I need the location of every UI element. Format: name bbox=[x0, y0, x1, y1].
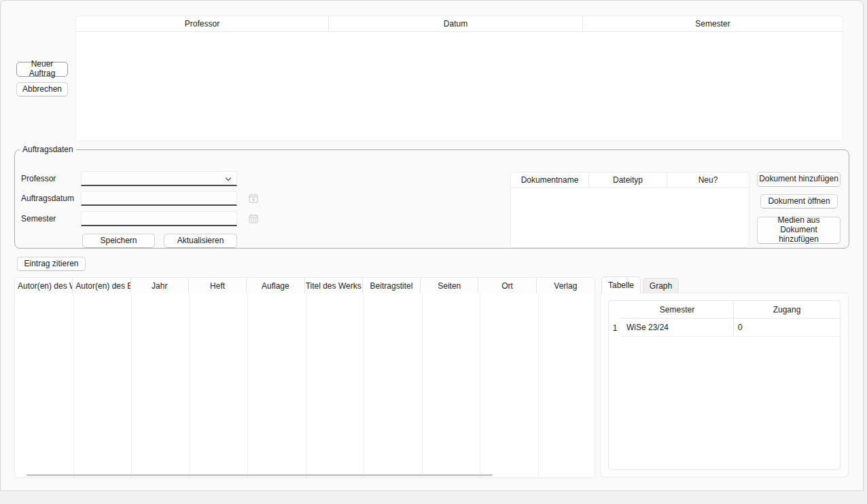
table-row[interactable]: 1 WiSe 23/24 0 bbox=[609, 319, 840, 337]
entries-column-header-contribution-title[interactable]: Beitragstitel bbox=[363, 278, 421, 293]
entries-column-header-edition[interactable]: Auflage bbox=[247, 278, 304, 293]
professor-label: Professor bbox=[21, 174, 56, 183]
documents-column-header-filetype[interactable]: Dateityp bbox=[589, 173, 667, 187]
stats-table-header: Semester Zugang bbox=[609, 301, 840, 319]
order-form-group: Auftragsdaten Professor Auftragsdatum Se… bbox=[14, 145, 849, 249]
stats-column-header-semester[interactable]: Semester bbox=[621, 301, 733, 319]
semester-stats-table: Semester Zugang 1 WiSe 23/24 0 bbox=[608, 300, 841, 470]
entries-column-header-publisher[interactable]: Verlag bbox=[537, 278, 595, 293]
column-separator bbox=[247, 293, 248, 478]
orders-table-header: Professor Datum Semester bbox=[76, 16, 843, 32]
calendar-icon bbox=[248, 213, 259, 224]
refresh-button[interactable]: Aktualisieren bbox=[164, 234, 237, 248]
professor-combobox[interactable] bbox=[81, 171, 237, 186]
documents-column-header-name[interactable]: Dokumentname bbox=[511, 173, 589, 187]
row-number: 1 bbox=[609, 319, 621, 337]
order-form-legend: Auftragsdaten bbox=[20, 145, 76, 154]
add-media-from-document-button[interactable]: Medien aus Dokument hinzufügen bbox=[757, 217, 841, 244]
column-separator bbox=[480, 293, 480, 478]
horizontal-scrollbar[interactable] bbox=[26, 474, 493, 476]
entries-column-header-year[interactable]: Jahr bbox=[131, 278, 189, 293]
order-date-field[interactable] bbox=[81, 191, 237, 206]
entries-column-header-pages[interactable]: Seiten bbox=[421, 278, 478, 293]
orders-table: Professor Datum Semester bbox=[75, 16, 843, 141]
zugang-cell[interactable]: 0 bbox=[733, 319, 840, 337]
order-date-label: Auftragsdatum bbox=[21, 194, 74, 203]
order-date-input[interactable] bbox=[84, 192, 220, 205]
column-separator bbox=[306, 293, 306, 478]
cancel-button[interactable]: Abbrechen bbox=[16, 82, 68, 96]
add-document-button[interactable]: Dokument hinzufügen bbox=[757, 172, 841, 187]
entries-column-header-place[interactable]: Ort bbox=[478, 278, 536, 293]
semester-field[interactable] bbox=[81, 211, 237, 226]
cite-entry-button[interactable]: Eintrag zitieren bbox=[17, 257, 86, 271]
orders-column-header-semester[interactable]: Semester bbox=[583, 16, 843, 31]
save-button[interactable]: Speichern bbox=[82, 234, 155, 248]
professor-combobox-input[interactable] bbox=[84, 172, 220, 185]
entries-table-body[interactable] bbox=[15, 293, 595, 478]
entries-column-header-issue[interactable]: Heft bbox=[189, 278, 247, 293]
entries-column-header-work-authors[interactable]: Autor(en) des Werks bbox=[15, 278, 73, 293]
orders-column-header-professor[interactable]: Professor bbox=[76, 16, 329, 31]
column-separator bbox=[364, 293, 364, 478]
tab-tabelle[interactable]: Tabelle bbox=[601, 276, 641, 293]
entries-column-header-work-title[interactable]: Titel des Werks bbox=[305, 278, 363, 293]
documents-table-header: Dokumentname Dateityp Neu? bbox=[511, 173, 749, 188]
column-separator bbox=[190, 293, 190, 478]
new-order-button[interactable]: Neuer Auftrag bbox=[16, 62, 68, 77]
entries-column-header-contribution-authors[interactable]: Autor(en) des Beitrags bbox=[73, 278, 130, 293]
entries-table-header: Autor(en) des Werks Autor(en) des Beitra… bbox=[15, 278, 595, 294]
tab-graph[interactable]: Graph bbox=[643, 278, 679, 293]
documents-column-header-new[interactable]: Neu? bbox=[667, 173, 749, 187]
semester-cell[interactable]: WiSe 23/24 bbox=[621, 319, 733, 337]
orders-table-body[interactable] bbox=[76, 32, 843, 141]
documents-table: Dokumentname Dateityp Neu? bbox=[510, 172, 749, 248]
column-separator bbox=[422, 293, 423, 478]
entries-table: Autor(en) des Werks Autor(en) des Beitra… bbox=[14, 277, 595, 478]
calendar-today-icon bbox=[248, 193, 259, 204]
stats-column-header-zugang[interactable]: Zugang bbox=[733, 301, 840, 319]
chevron-down-icon[interactable] bbox=[224, 175, 232, 183]
app-window: Professor Datum Semester Neuer Auftrag A… bbox=[0, 0, 864, 491]
open-document-button[interactable]: Dokument öffnen bbox=[760, 194, 838, 209]
column-separator bbox=[73, 293, 74, 478]
column-separator bbox=[538, 293, 539, 478]
row-number-gutter bbox=[609, 301, 621, 319]
documents-table-body[interactable] bbox=[511, 188, 749, 247]
stats-panel: Semester Zugang 1 WiSe 23/24 0 bbox=[600, 293, 849, 478]
semester-label: Semester bbox=[21, 214, 56, 223]
semester-input[interactable] bbox=[84, 212, 220, 226]
column-separator bbox=[131, 293, 132, 478]
orders-column-header-datum[interactable]: Datum bbox=[329, 16, 583, 31]
